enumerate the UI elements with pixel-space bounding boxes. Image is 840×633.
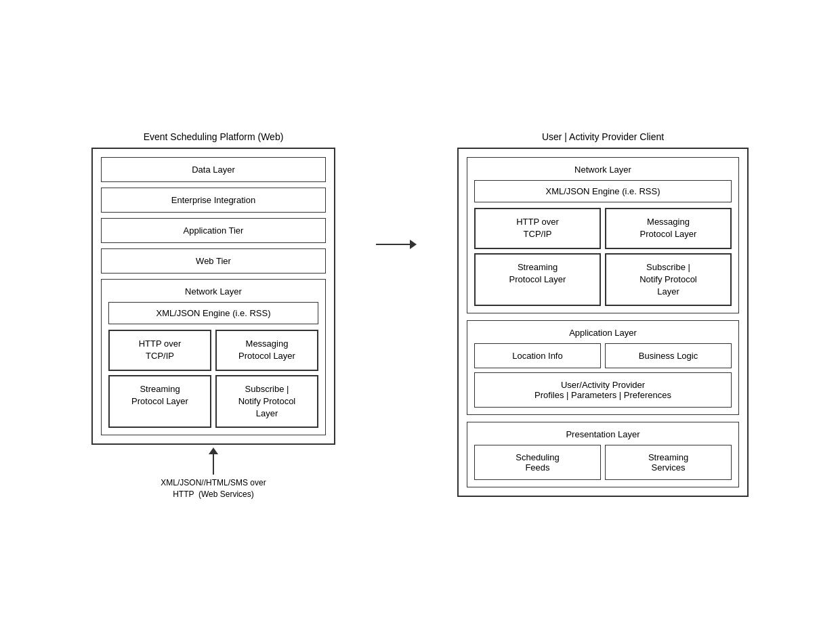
left-panel: Event Scheduling Platform (Web) Data Lay… [91, 131, 335, 502]
right-xml-json-box: XML/JSON Engine (i.e. RSS) [474, 180, 732, 202]
app-layer-inner-grid: Location Info Business Logic [474, 343, 732, 368]
application-tier-box: Application Tier [101, 218, 326, 243]
right-panel: User | Activity Provider Client Network … [457, 131, 749, 497]
right-network-layer-box: Network Layer XML/JSON Engine (i.e. RSS)… [467, 157, 739, 313]
horizontal-arrow [376, 240, 417, 249]
left-xml-json-box: XML/JSON Engine (i.e. RSS) [108, 302, 318, 324]
diagram-container: Event Scheduling Platform (Web) Data Lay… [71, 111, 769, 522]
bottom-label: XML/JSON//HTML/SMS overHTTP (Web Service… [161, 477, 266, 500]
right-protocol-grid: HTTP overTCP/IP MessagingProtocol Layer … [474, 208, 732, 306]
arrow-up-head-icon [209, 448, 218, 454]
location-info-label: Location Info [512, 351, 562, 361]
right-xml-json-label: XML/JSON Engine (i.e. RSS) [545, 186, 660, 196]
arrow-head-icon [410, 240, 417, 249]
bottom-arrow-area: XML/JSON//HTML/SMS overHTTP (Web Service… [91, 448, 335, 500]
application-tier-label: Application Tier [184, 225, 244, 236]
streaming-services-cell: StreamingServices [605, 445, 732, 480]
web-tier-box: Web Tier [101, 248, 326, 274]
business-logic-label: Business Logic [639, 351, 698, 361]
horizontal-arrow-area [376, 240, 417, 249]
enterprise-integration-box: Enterprise Integration [101, 188, 326, 213]
left-outer-box: Data Layer Enterprise Integration Applic… [91, 148, 335, 445]
enterprise-integration-label: Enterprise Integration [171, 195, 255, 205]
left-messaging-cell: MessagingProtocol Layer [215, 330, 318, 370]
right-http-tcp-cell: HTTP overTCP/IP [474, 208, 601, 248]
user-activity-profiles-cell: User/Activity ProviderProfiles | Paramet… [474, 372, 732, 408]
left-streaming-cell: StreamingProtocol Layer [108, 375, 211, 429]
data-layer-box: Data Layer [101, 157, 326, 182]
web-tier-label: Web Tier [196, 256, 231, 266]
arrow-line [376, 244, 410, 245]
right-subscribe-cell: Subscribe |Notify ProtocolLayer [605, 253, 732, 307]
left-panel-title: Event Scheduling Platform (Web) [91, 131, 335, 142]
right-outer-box: Network Layer XML/JSON Engine (i.e. RSS)… [457, 148, 749, 497]
left-http-tcp-cell: HTTP overTCP/IP [108, 330, 211, 370]
presentation-grid: SchedulingFeeds StreamingServices [474, 445, 732, 480]
right-messaging-cell: MessagingProtocol Layer [605, 208, 732, 248]
scheduling-feeds-cell: SchedulingFeeds [474, 445, 601, 480]
left-subscribe-cell: Subscribe |Notify ProtocolLayer [215, 375, 318, 429]
right-streaming-cell: StreamingProtocol Layer [474, 253, 601, 307]
data-layer-label: Data Layer [192, 165, 235, 175]
right-application-layer-box: Application Layer Location Info Business… [467, 320, 739, 415]
left-network-layer-box: Network Layer XML/JSON Engine (i.e. RSS)… [101, 279, 326, 435]
left-network-layer-title: Network Layer [108, 286, 318, 297]
right-panel-title: User | Activity Provider Client [457, 131, 749, 142]
left-protocol-grid: HTTP overTCP/IP MessagingProtocol Layer … [108, 330, 318, 428]
right-network-layer-title: Network Layer [474, 165, 732, 175]
business-logic-cell: Business Logic [605, 343, 732, 368]
arrow-up-line [213, 454, 214, 475]
right-presentation-layer-box: Presentation Layer SchedulingFeeds Strea… [467, 422, 739, 487]
left-xml-json-label: XML/JSON Engine (i.e. RSS) [156, 308, 270, 318]
location-info-cell: Location Info [474, 343, 601, 368]
right-application-layer-title: Application Layer [474, 328, 732, 338]
right-presentation-layer-title: Presentation Layer [474, 429, 732, 439]
